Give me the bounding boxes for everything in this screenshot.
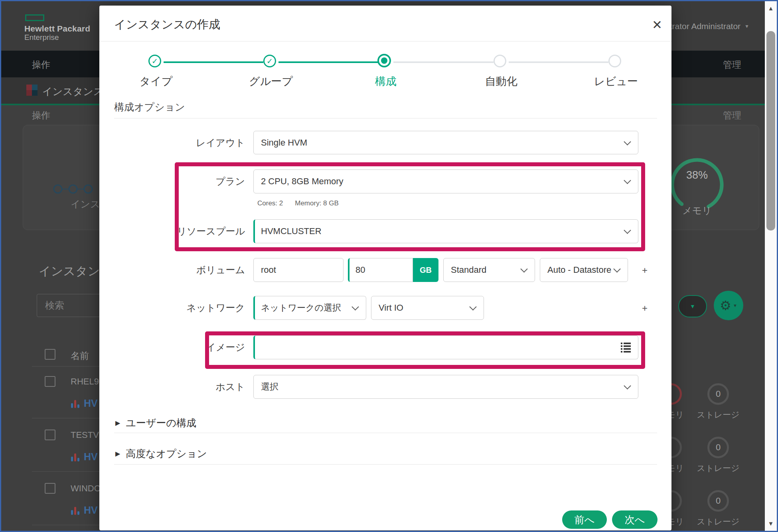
check-icon: ✓ — [152, 57, 158, 66]
hvm-logo-icon — [70, 451, 80, 461]
step-label-group[interactable]: グループ — [249, 74, 293, 89]
step-label-configure[interactable]: 構成 — [375, 74, 397, 89]
layout-select[interactable]: Single HVM — [253, 131, 638, 154]
mini-pipeline-icon — [52, 183, 96, 195]
storage-metric-ring: 0 — [707, 490, 729, 512]
nav-item-operations[interactable]: 操作 — [32, 109, 50, 122]
storage-metric-label: ストレージ — [696, 409, 740, 420]
table-row-name: RHEL96 — [71, 376, 104, 387]
row-sublabel: HV — [84, 398, 98, 409]
row-checkbox[interactable] — [45, 430, 55, 440]
network-adapter-value: Virt IO — [379, 303, 403, 313]
step-circle-review[interactable] — [608, 55, 621, 67]
chevron-down-icon — [624, 382, 631, 389]
network-select[interactable]: ネットワークの選択 — [253, 296, 366, 320]
divider — [99, 41, 671, 41]
scroll-down-arrow[interactable]: ▼ — [766, 518, 775, 529]
scrollbar-thumb[interactable] — [766, 31, 775, 231]
refresh-button[interactable]: ▼ — [678, 295, 707, 317]
step-circle-automation[interactable] — [494, 55, 506, 67]
storage-metric-label: ストレージ — [696, 463, 740, 474]
plan-label: プラン — [114, 176, 245, 187]
accordion-advanced-options[interactable]: ▶ 高度なオプション — [115, 447, 207, 460]
volume-size-value: 80 — [355, 265, 365, 275]
current-step-dot — [381, 57, 387, 64]
volume-datastore-select[interactable]: Auto - Datastore — [540, 258, 628, 282]
chevron-down-icon: ▼ — [690, 303, 695, 309]
chevron-down-icon: ▼ — [733, 303, 737, 308]
plan-select[interactable]: 2 CPU, 8GB Memory — [253, 169, 638, 193]
add-volume-button[interactable]: + — [640, 265, 649, 276]
image-input[interactable] — [253, 335, 638, 359]
row-sublabel: HV — [84, 451, 98, 463]
list-picker-icon[interactable] — [621, 343, 631, 353]
row-sublabel: HV — [84, 504, 98, 516]
nav-item-management-label[interactable]: 管理 — [723, 59, 741, 71]
select-all-checkbox[interactable] — [45, 349, 55, 360]
tab-instances[interactable]: インスタンス — [42, 85, 104, 98]
scroll-up-arrow[interactable]: ▲ — [766, 3, 775, 14]
layout-value: Single HVM — [261, 138, 307, 148]
step-connector — [164, 61, 263, 63]
close-icon[interactable]: ✕ — [648, 16, 666, 33]
chevron-down-icon: ▼ — [744, 24, 749, 29]
row-checkbox[interactable] — [45, 483, 55, 494]
nav-item-management[interactable]: 管理 — [723, 109, 741, 122]
next-button[interactable]: 次へ — [612, 510, 658, 529]
row-checkbox[interactable] — [45, 376, 55, 387]
divider — [114, 433, 657, 433]
accordion-label: ユーザーの構成 — [126, 416, 196, 430]
instances-tab-icon — [26, 85, 38, 96]
step-label-type[interactable]: タイプ — [140, 74, 173, 89]
previous-button[interactable]: 前へ — [562, 510, 607, 529]
volume-label: ボリューム — [114, 264, 245, 276]
chevron-down-icon — [624, 227, 631, 234]
triangle-right-icon: ▶ — [115, 419, 120, 427]
step-connector — [278, 61, 378, 63]
layout-label: レイアウト — [114, 137, 245, 148]
step-circle-configure[interactable] — [377, 54, 391, 67]
host-value: 選択 — [261, 381, 278, 393]
chevron-down-icon — [624, 177, 631, 184]
step-circle-group[interactable]: ✓ — [263, 55, 276, 67]
chevron-down-icon — [351, 303, 359, 310]
volume-size-input[interactable]: 80 — [348, 258, 413, 282]
nav-item-operations-label[interactable]: 操作 — [32, 59, 50, 71]
volume-unit-badge: GB — [413, 258, 438, 282]
step-label-automation[interactable]: 自動化 — [485, 74, 517, 89]
network-selection-value: ネットワークの選択 — [261, 302, 341, 314]
step-label-review[interactable]: レビュー — [594, 74, 638, 89]
storage-metric-ring: 0 — [707, 383, 729, 405]
volume-datastore-value: Auto - Datastore — [547, 265, 611, 275]
volume-type-select[interactable]: Standard — [443, 258, 535, 282]
storage-metric-label: ストレージ — [696, 516, 740, 527]
host-select[interactable]: 選択 — [253, 375, 638, 399]
resource-pool-value: HVMCLUSTER — [261, 226, 322, 236]
volume-name-input[interactable]: root — [253, 258, 344, 282]
chevron-down-icon — [469, 303, 476, 310]
accordion-user-config[interactable]: ▶ ユーザーの構成 — [115, 416, 196, 430]
gear-icon: ⚙ — [720, 299, 731, 312]
settings-button[interactable]: ⚙ ▼ — [714, 291, 743, 320]
brand-line1: Hewlett Packard — [24, 24, 90, 33]
gauge-percent: 38% — [667, 169, 727, 181]
network-adapter-select[interactable]: Virt IO — [371, 296, 484, 320]
add-network-button[interactable]: + — [640, 303, 649, 314]
column-header-name: 名前 — [71, 350, 89, 362]
plan-helper-cores: Cores: 2 — [257, 199, 283, 207]
plan-helper: Cores: 2 Memory: 8 GB — [257, 199, 339, 207]
hvm-logo-icon — [70, 398, 80, 408]
step-circle-type[interactable]: ✓ — [148, 55, 161, 67]
gauge-label: メモリ — [667, 204, 727, 217]
triangle-right-icon: ▶ — [115, 450, 120, 457]
divider — [114, 118, 657, 118]
image-label: イメージ — [114, 342, 245, 353]
network-label: ネットワーク — [114, 302, 245, 313]
volume-type-value: Standard — [451, 265, 486, 275]
resource-pool-select[interactable]: HVMCLUSTER — [253, 219, 638, 243]
storage-metric-ring: 0 — [707, 437, 729, 458]
section-title: 構成オプション — [114, 100, 185, 114]
chevron-down-icon — [613, 265, 620, 272]
hvm-logo-icon — [70, 504, 80, 515]
plan-helper-memory: Memory: 8 GB — [295, 199, 339, 207]
